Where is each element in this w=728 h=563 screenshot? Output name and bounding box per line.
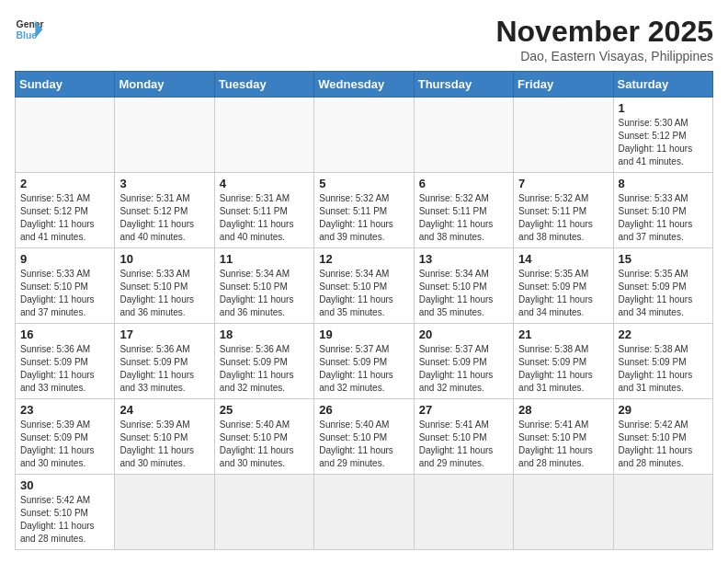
calendar-cell: 16Sunrise: 5:36 AM Sunset: 5:09 PM Dayli… xyxy=(16,324,115,399)
day-number: 15 xyxy=(619,252,708,266)
day-number: 30 xyxy=(20,478,109,492)
calendar-cell: 17Sunrise: 5:36 AM Sunset: 5:09 PM Dayli… xyxy=(115,324,214,399)
day-number: 1 xyxy=(619,101,708,115)
calendar-week-3: 16Sunrise: 5:36 AM Sunset: 5:09 PM Dayli… xyxy=(16,324,713,399)
day-number: 4 xyxy=(220,177,309,190)
day-info: Sunrise: 5:33 AM Sunset: 5:10 PM Dayligh… xyxy=(119,268,209,319)
day-number: 13 xyxy=(419,252,508,266)
weekday-header-tuesday: Tuesday xyxy=(214,72,313,98)
day-info: Sunrise: 5:38 AM Sunset: 5:09 PM Dayligh… xyxy=(518,343,608,395)
calendar-cell: 18Sunrise: 5:36 AM Sunset: 5:09 PM Dayli… xyxy=(214,324,313,399)
calendar-cell: 6Sunrise: 5:32 AM Sunset: 5:11 PM Daylig… xyxy=(414,173,513,248)
weekday-header-friday: Friday xyxy=(514,72,613,98)
calendar-cell: 30Sunrise: 5:42 AM Sunset: 5:10 PM Dayli… xyxy=(16,475,115,550)
day-number: 12 xyxy=(319,252,408,266)
day-info: Sunrise: 5:35 AM Sunset: 5:09 PM Dayligh… xyxy=(518,268,608,319)
day-number: 18 xyxy=(220,327,309,341)
calendar-cell: 13Sunrise: 5:34 AM Sunset: 5:10 PM Dayli… xyxy=(414,248,513,324)
day-info: Sunrise: 5:37 AM Sunset: 5:09 PM Dayligh… xyxy=(319,343,408,395)
logo-svg: General Blue xyxy=(15,15,44,44)
day-number: 6 xyxy=(419,177,508,190)
calendar-cell xyxy=(115,98,214,173)
day-info: Sunrise: 5:34 AM Sunset: 5:10 PM Dayligh… xyxy=(419,268,508,319)
calendar-cell xyxy=(514,98,613,173)
weekday-header-thursday: Thursday xyxy=(414,72,513,98)
calendar-cell: 22Sunrise: 5:38 AM Sunset: 5:09 PM Dayli… xyxy=(613,324,712,399)
day-number: 21 xyxy=(518,327,608,341)
calendar-cell: 14Sunrise: 5:35 AM Sunset: 5:09 PM Dayli… xyxy=(514,248,613,324)
calendar-cell: 8Sunrise: 5:33 AM Sunset: 5:10 PM Daylig… xyxy=(613,173,712,248)
day-number: 22 xyxy=(619,327,708,341)
day-number: 5 xyxy=(319,177,408,190)
day-info: Sunrise: 5:38 AM Sunset: 5:09 PM Dayligh… xyxy=(619,343,708,395)
calendar-cell: 15Sunrise: 5:35 AM Sunset: 5:09 PM Dayli… xyxy=(613,248,712,324)
day-info: Sunrise: 5:32 AM Sunset: 5:11 PM Dayligh… xyxy=(518,192,608,244)
day-number: 19 xyxy=(319,327,408,341)
calendar-week-0: 1Sunrise: 5:30 AM Sunset: 5:12 PM Daylig… xyxy=(16,98,713,173)
day-info: Sunrise: 5:42 AM Sunset: 5:10 PM Dayligh… xyxy=(619,419,708,470)
day-info: Sunrise: 5:31 AM Sunset: 5:12 PM Dayligh… xyxy=(119,192,209,244)
day-info: Sunrise: 5:32 AM Sunset: 5:11 PM Dayligh… xyxy=(419,192,508,244)
month-title: November 2025 xyxy=(495,15,713,49)
calendar-week-2: 9Sunrise: 5:33 AM Sunset: 5:10 PM Daylig… xyxy=(16,248,713,324)
day-number: 23 xyxy=(20,403,109,417)
calendar-cell xyxy=(613,475,712,550)
weekday-header-monday: Monday xyxy=(115,72,214,98)
calendar-cell xyxy=(214,475,313,550)
calendar-cell xyxy=(414,98,513,173)
day-number: 3 xyxy=(119,177,209,190)
calendar-cell: 29Sunrise: 5:42 AM Sunset: 5:10 PM Dayli… xyxy=(613,399,712,475)
day-info: Sunrise: 5:40 AM Sunset: 5:10 PM Dayligh… xyxy=(220,419,309,470)
logo: General Blue xyxy=(15,15,44,44)
day-number: 10 xyxy=(119,252,209,266)
svg-text:Blue: Blue xyxy=(17,30,38,40)
day-number: 16 xyxy=(20,327,109,341)
calendar-cell xyxy=(314,475,414,550)
page-header: General Blue November 2025 Dao, Eastern … xyxy=(15,15,713,63)
day-info: Sunrise: 5:42 AM Sunset: 5:10 PM Dayligh… xyxy=(20,494,109,546)
calendar-cell: 12Sunrise: 5:34 AM Sunset: 5:10 PM Dayli… xyxy=(314,248,414,324)
day-info: Sunrise: 5:37 AM Sunset: 5:09 PM Dayligh… xyxy=(419,343,508,395)
calendar-cell: 19Sunrise: 5:37 AM Sunset: 5:09 PM Dayli… xyxy=(314,324,414,399)
calendar-cell xyxy=(16,98,115,173)
calendar-cell: 1Sunrise: 5:30 AM Sunset: 5:12 PM Daylig… xyxy=(613,98,712,173)
calendar-cell xyxy=(414,475,513,550)
day-info: Sunrise: 5:36 AM Sunset: 5:09 PM Dayligh… xyxy=(119,343,209,395)
day-number: 27 xyxy=(419,403,508,417)
weekday-header-sunday: Sunday xyxy=(16,72,115,98)
day-number: 14 xyxy=(518,252,608,266)
day-number: 26 xyxy=(319,403,408,417)
calendar-cell: 10Sunrise: 5:33 AM Sunset: 5:10 PM Dayli… xyxy=(115,248,214,324)
day-number: 20 xyxy=(419,327,508,341)
day-number: 8 xyxy=(619,177,708,190)
calendar-cell: 24Sunrise: 5:39 AM Sunset: 5:10 PM Dayli… xyxy=(115,399,214,475)
day-info: Sunrise: 5:31 AM Sunset: 5:12 PM Dayligh… xyxy=(20,192,109,244)
day-number: 17 xyxy=(119,327,209,341)
day-number: 11 xyxy=(220,252,309,266)
weekday-header-row: SundayMondayTuesdayWednesdayThursdayFrid… xyxy=(16,72,713,98)
day-number: 9 xyxy=(20,252,109,266)
day-info: Sunrise: 5:41 AM Sunset: 5:10 PM Dayligh… xyxy=(419,419,508,470)
day-info: Sunrise: 5:32 AM Sunset: 5:11 PM Dayligh… xyxy=(319,192,408,244)
day-info: Sunrise: 5:35 AM Sunset: 5:09 PM Dayligh… xyxy=(619,268,708,319)
day-number: 29 xyxy=(619,403,708,417)
day-info: Sunrise: 5:39 AM Sunset: 5:10 PM Dayligh… xyxy=(119,419,209,470)
calendar-cell xyxy=(115,475,214,550)
day-info: Sunrise: 5:30 AM Sunset: 5:12 PM Dayligh… xyxy=(619,117,708,168)
calendar-cell xyxy=(214,98,313,173)
calendar-cell: 21Sunrise: 5:38 AM Sunset: 5:09 PM Dayli… xyxy=(514,324,613,399)
day-info: Sunrise: 5:40 AM Sunset: 5:10 PM Dayligh… xyxy=(319,419,408,470)
calendar-cell: 2Sunrise: 5:31 AM Sunset: 5:12 PM Daylig… xyxy=(16,173,115,248)
calendar-cell xyxy=(314,98,414,173)
calendar-cell: 4Sunrise: 5:31 AM Sunset: 5:11 PM Daylig… xyxy=(214,173,313,248)
calendar-cell: 25Sunrise: 5:40 AM Sunset: 5:10 PM Dayli… xyxy=(214,399,313,475)
calendar-cell: 23Sunrise: 5:39 AM Sunset: 5:09 PM Dayli… xyxy=(16,399,115,475)
day-info: Sunrise: 5:34 AM Sunset: 5:10 PM Dayligh… xyxy=(319,268,408,319)
calendar-week-5: 30Sunrise: 5:42 AM Sunset: 5:10 PM Dayli… xyxy=(16,475,713,550)
day-info: Sunrise: 5:36 AM Sunset: 5:09 PM Dayligh… xyxy=(220,343,309,395)
calendar-cell: 9Sunrise: 5:33 AM Sunset: 5:10 PM Daylig… xyxy=(16,248,115,324)
day-info: Sunrise: 5:34 AM Sunset: 5:10 PM Dayligh… xyxy=(220,268,309,319)
calendar-cell xyxy=(514,475,613,550)
calendar-cell: 20Sunrise: 5:37 AM Sunset: 5:09 PM Dayli… xyxy=(414,324,513,399)
calendar-table: SundayMondayTuesdayWednesdayThursdayFrid… xyxy=(15,71,713,550)
